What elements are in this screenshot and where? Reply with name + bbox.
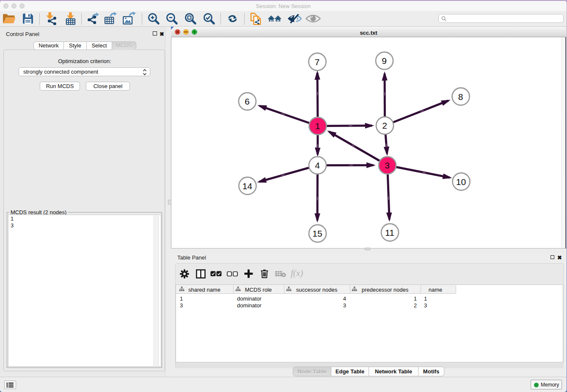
- svg-text:14: 14: [242, 181, 253, 191]
- svg-text:15: 15: [312, 229, 322, 238]
- svg-text:6: 6: [245, 97, 250, 106]
- svg-text:9: 9: [382, 56, 387, 66]
- svg-text:8: 8: [458, 92, 463, 102]
- svg-text:10: 10: [456, 177, 466, 187]
- svg-text:11: 11: [385, 228, 394, 237]
- svg-text:4: 4: [315, 160, 320, 170]
- svg-text:1: 1: [315, 121, 320, 131]
- svg-text:3: 3: [385, 160, 390, 170]
- svg-text:7: 7: [315, 57, 320, 67]
- svg-text:2: 2: [382, 121, 387, 130]
